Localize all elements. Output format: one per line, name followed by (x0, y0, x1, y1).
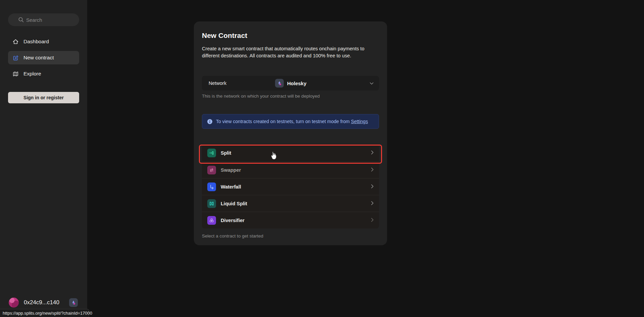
card-footer-hint: Select a contract to get started (202, 233, 379, 239)
network-select[interactable]: Network Holesky (202, 76, 379, 91)
liquid-split-icon (207, 199, 216, 208)
map-icon (12, 70, 19, 77)
status-url: https://app.splits.org/new/split/?chainI… (3, 311, 92, 316)
contract-row-split[interactable]: Split (202, 145, 379, 161)
chevron-down-icon (370, 80, 374, 86)
home-icon (12, 38, 19, 45)
new-contract-card: New Contract Create a new smart contract… (194, 21, 387, 245)
diversifier-icon (207, 216, 216, 225)
network-badge-icon[interactable] (69, 298, 78, 307)
banner-text: To view contracts created on testnets, t… (216, 119, 368, 124)
wallet-address: 0x24c9...c140 (24, 299, 59, 306)
chevron-right-icon (371, 217, 374, 223)
contract-row-diversifier[interactable]: Diversifier (202, 212, 379, 228)
chevron-right-icon (371, 184, 374, 190)
search-input[interactable] (26, 17, 70, 23)
sidebar-item-label: Explore (23, 71, 41, 77)
wallet-row[interactable]: 0x24c9...c140 (9, 297, 79, 309)
network-value: Holesky (275, 79, 307, 88)
network-helper-text: This is the network on which your contra… (202, 94, 379, 99)
sidebar: Dashboard New contract Explore Sign in o… (0, 0, 87, 317)
contract-row-swapper[interactable]: Swapper (202, 161, 379, 178)
sidebar-item-explore[interactable]: Explore (8, 67, 79, 81)
sidebar-item-dashboard[interactable]: Dashboard (8, 35, 79, 48)
chevron-right-icon (371, 167, 374, 173)
network-label: Network (202, 81, 226, 86)
testnet-info-banner: To view contracts created on testnets, t… (202, 114, 379, 129)
info-icon (207, 119, 213, 124)
swapper-icon (207, 166, 216, 174)
contract-row-waterfall[interactable]: Waterfall (202, 178, 379, 195)
browser-status-bar: https://app.splits.org/new/split/?chainI… (0, 309, 89, 317)
sign-in-button[interactable]: Sign in or register (8, 92, 79, 103)
contract-name: Split (221, 150, 231, 156)
settings-link[interactable]: Settings (351, 119, 368, 124)
contract-row-liquid-split[interactable]: Liquid Split (202, 195, 379, 212)
waterfall-icon (207, 182, 216, 191)
sidebar-item-label: New contract (23, 55, 54, 61)
network-value-label: Holesky (287, 81, 307, 86)
contract-name: Waterfall (221, 184, 241, 190)
contract-name: Liquid Split (221, 201, 247, 206)
contract-name: Diversifier (221, 218, 245, 223)
sidebar-item-new-contract[interactable]: New contract (8, 51, 79, 64)
search-bar[interactable] (8, 13, 79, 26)
split-icon (207, 149, 216, 157)
contract-type-list: Split Swapper Waterfall Liquid Split (202, 145, 379, 228)
sidebar-nav: Dashboard New contract Explore (8, 35, 79, 83)
sidebar-item-label: Dashboard (23, 39, 49, 45)
page-description: Create a new smart contract that automat… (202, 45, 379, 59)
holesky-chain-icon (275, 79, 284, 88)
contract-name: Swapper (221, 167, 241, 173)
chevron-right-icon (371, 201, 374, 207)
page-title: New Contract (202, 32, 379, 40)
compose-icon (12, 54, 19, 61)
chevron-right-icon (371, 150, 374, 156)
search-icon (18, 17, 24, 23)
avatar (9, 298, 19, 308)
